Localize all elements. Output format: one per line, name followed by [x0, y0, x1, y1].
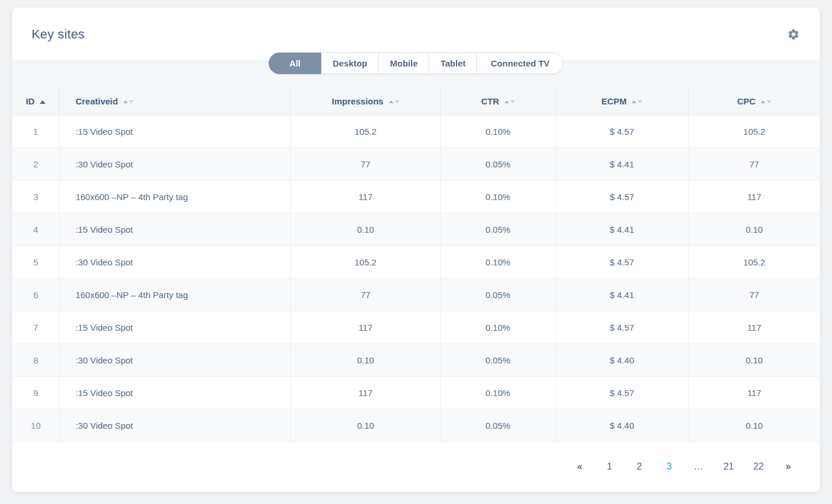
- column-header-creativeid[interactable]: Creativeid: [60, 88, 291, 115]
- pagination-page-21[interactable]: 21: [723, 461, 734, 472]
- pagination: «123...2122»: [574, 461, 794, 473]
- triangle-up-icon: [632, 100, 636, 103]
- triangle-up-icon: [761, 100, 765, 103]
- tab-desktop[interactable]: Desktop: [321, 52, 379, 74]
- table-row: 2:30 Video Spot770.05%$ 4.4177: [12, 148, 820, 180]
- cell-ctr: 0.05%: [441, 148, 555, 180]
- cell-creativeid: :30 Video Spot: [60, 344, 291, 376]
- tab-tablet[interactable]: Tablet: [429, 52, 477, 74]
- tab-connected-tv[interactable]: Connected TV: [477, 52, 564, 74]
- table-row: 7:15 Video Spot1170.10%$ 4.57117: [12, 311, 820, 344]
- cell-creativeid: 160x600 –NP – 4th Party tag: [60, 278, 291, 311]
- cell-impressions: 117: [290, 180, 440, 213]
- pagination-page-2[interactable]: 2: [633, 461, 645, 472]
- cell-creativeid: :15 Video Spot: [60, 213, 291, 246]
- cell-ecpm: $ 4.40: [555, 409, 688, 442]
- cell-id: 10: [12, 409, 60, 442]
- cell-cpc: 77: [688, 148, 820, 180]
- cell-ctr: 0.05%: [441, 409, 555, 442]
- cell-cpc: 0.10: [688, 213, 820, 246]
- tab-mobile[interactable]: Mobile: [378, 52, 430, 74]
- triangle-down-icon: [767, 100, 771, 103]
- pagination-page-22[interactable]: 22: [753, 461, 764, 472]
- cell-creativeid: :30 Video Spot: [60, 148, 291, 180]
- cell-ctr: 0.10%: [441, 311, 555, 344]
- column-header-impressions[interactable]: Impressions: [290, 88, 440, 115]
- column-label: ECPM: [601, 96, 626, 106]
- tab-all[interactable]: All: [269, 52, 322, 74]
- cell-creativeid: :15 Video Spot: [60, 311, 291, 344]
- column-header-ecpm[interactable]: ECPM: [555, 88, 688, 115]
- table-row: 5:30 Video Spot105.20.10%$ 4.57105.2: [12, 246, 820, 278]
- column-label: CTR: [481, 96, 499, 106]
- cell-id: 3: [12, 180, 60, 213]
- column-header-id[interactable]: ID: [12, 88, 60, 115]
- gear-icon: [787, 34, 800, 43]
- device-tabs: AllDesktopMobileTabletConnected TV: [269, 52, 564, 74]
- column-label: ID: [26, 96, 34, 106]
- column-header-ctr[interactable]: CTR: [441, 88, 555, 115]
- column-header-cpc[interactable]: CPC: [688, 88, 820, 115]
- device-filter-band: AllDesktopMobileTabletConnected TV: [12, 61, 820, 88]
- triangle-up-icon: [504, 100, 509, 103]
- table-row: 4:15 Video Spot0.100.05%$ 4.410.10: [12, 213, 820, 246]
- cell-cpc: 105.2: [688, 115, 820, 148]
- cell-ecpm: $ 4.40: [555, 344, 688, 376]
- cell-impressions: 117: [290, 376, 440, 409]
- cell-impressions: 105.2: [290, 246, 440, 278]
- cell-cpc: 117: [688, 376, 820, 409]
- sort-ascending-icon: [40, 100, 46, 104]
- cell-ecpm: $ 4.57: [555, 115, 688, 148]
- sort-both-icon: [123, 100, 134, 103]
- pagination-page-1[interactable]: 1: [604, 461, 615, 472]
- page-title: Key sites: [32, 27, 85, 42]
- cell-impressions: 105.2: [290, 115, 440, 148]
- cell-ecpm: $ 4.41: [555, 278, 688, 311]
- sort-both-icon: [504, 100, 515, 103]
- cell-creativeid: 160x600 –NP – 4th Party tag: [60, 180, 291, 213]
- cell-cpc: 0.10: [688, 409, 820, 442]
- triangle-down-icon: [129, 100, 134, 103]
- cell-ctr: 0.10%: [441, 376, 555, 409]
- cell-impressions: 0.10: [290, 409, 440, 442]
- cell-id: 5: [12, 246, 60, 278]
- table-row: 1:15 Video Spot105.20.10%$ 4.57105.2: [12, 115, 820, 148]
- pagination-page-3[interactable]: 3: [663, 461, 675, 472]
- cell-impressions: 0.10: [290, 213, 440, 246]
- table-row: 3160x600 –NP – 4th Party tag1170.10%$ 4.…: [12, 180, 820, 213]
- cell-id: 6: [12, 278, 60, 311]
- cell-impressions: 77: [290, 278, 440, 311]
- cell-id: 7: [12, 311, 60, 344]
- column-label: CPC: [737, 96, 756, 106]
- table-row: 8:30 Video Spot0.100.05%$ 4.400.10: [12, 344, 820, 376]
- cell-impressions: 77: [290, 148, 440, 180]
- triangle-down-icon: [395, 100, 399, 103]
- table-row: 6160x600 –NP – 4th Party tag770.05%$ 4.4…: [12, 278, 820, 311]
- table-row: 9:15 Video Spot1170.10%$ 4.57117: [12, 376, 820, 409]
- cell-cpc: 105.2: [688, 246, 820, 278]
- cell-cpc: 77: [688, 278, 820, 311]
- cell-id: 4: [12, 213, 60, 246]
- cell-ecpm: $ 4.41: [555, 148, 688, 180]
- cell-creativeid: :30 Video Spot: [60, 409, 291, 442]
- cell-cpc: 117: [688, 311, 820, 344]
- cell-ctr: 0.05%: [441, 278, 555, 311]
- column-label: Impressions: [332, 96, 383, 106]
- pagination-last-button[interactable]: »: [782, 461, 794, 473]
- cell-ecpm: $ 4.57: [555, 180, 688, 213]
- cell-ecpm: $ 4.41: [555, 213, 688, 246]
- triangle-down-icon: [638, 100, 642, 103]
- settings-button[interactable]: [785, 26, 802, 43]
- cell-ctr: 0.05%: [441, 344, 555, 376]
- column-label: Creativeid: [75, 96, 118, 106]
- table-footer: «123...2122»: [12, 442, 820, 492]
- key-sites-table: IDCreativeidImpressionsCTRECPMCPC 1:15 V…: [12, 88, 820, 442]
- cell-ctr: 0.10%: [441, 115, 555, 148]
- cell-ecpm: $ 4.57: [555, 311, 688, 344]
- cell-ecpm: $ 4.57: [555, 376, 688, 409]
- pagination-first-button[interactable]: «: [574, 461, 586, 473]
- cell-creativeid: :30 Video Spot: [60, 246, 291, 278]
- cell-ecpm: $ 4.57: [555, 246, 688, 278]
- sort-both-icon: [389, 100, 399, 103]
- cell-impressions: 117: [290, 311, 440, 344]
